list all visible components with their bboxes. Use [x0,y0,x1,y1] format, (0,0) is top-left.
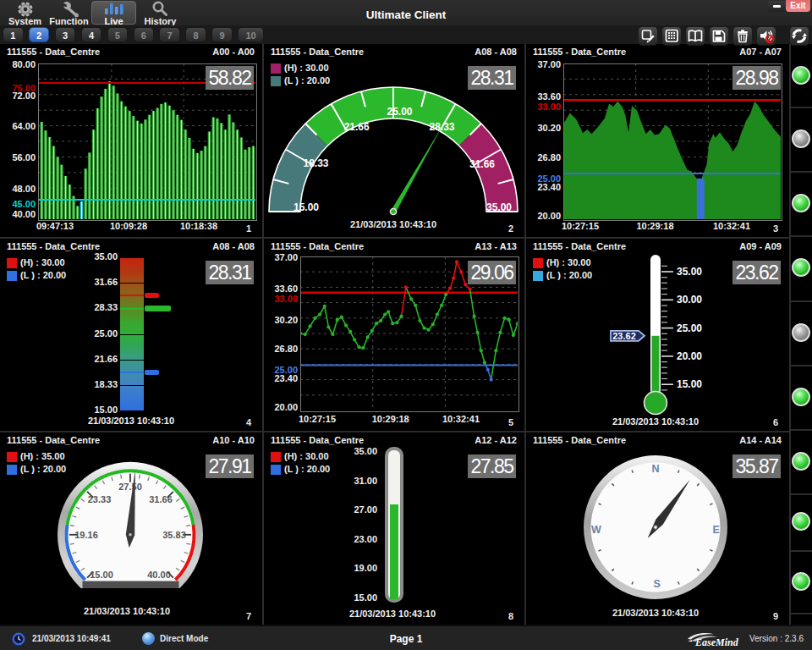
svg-text:18.33: 18.33 [303,157,328,169]
svg-text:15.00: 15.00 [294,201,319,213]
svg-text:20.00: 20.00 [677,350,702,362]
svg-text:30.00: 30.00 [677,294,702,306]
svg-text:N: N [651,463,659,475]
svg-text:19.16: 19.16 [74,530,98,540]
svg-text:W: W [591,524,601,536]
svg-text:35.83: 35.83 [162,530,186,540]
svg-text:25.00: 25.00 [387,106,412,118]
svg-text:15.00: 15.00 [90,570,113,580]
svg-text:40.00: 40.00 [147,570,171,580]
svg-text:15.00: 15.00 [677,378,702,390]
svg-text:28.33: 28.33 [429,121,454,133]
svg-text:S: S [654,578,661,590]
svg-text:25.00: 25.00 [677,322,702,334]
svg-text:23.62: 23.62 [612,331,636,341]
svg-text:35.00: 35.00 [486,201,512,213]
svg-text:21.66: 21.66 [344,121,370,133]
svg-text:23.33: 23.33 [88,494,112,504]
svg-text:EaseMind: EaseMind [694,636,739,648]
svg-text:27.50: 27.50 [118,482,142,492]
svg-text:31.66: 31.66 [149,494,173,504]
svg-text:31.66: 31.66 [469,158,495,170]
svg-text:35.00: 35.00 [677,266,702,278]
svg-text:E: E [713,524,720,536]
